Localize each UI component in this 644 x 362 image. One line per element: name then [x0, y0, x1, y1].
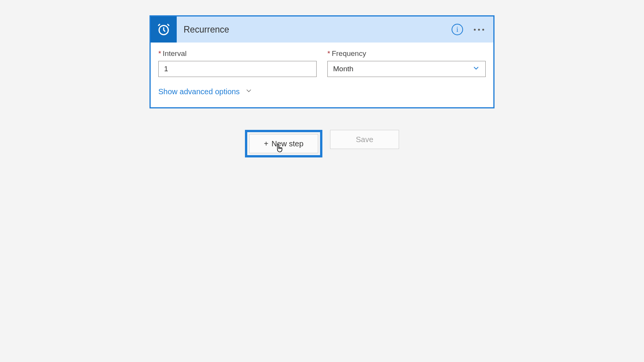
interval-input[interactable] — [158, 61, 317, 77]
info-icon[interactable]: i — [452, 24, 463, 35]
chevron-down-icon — [245, 87, 253, 97]
chevron-down-icon — [472, 64, 480, 74]
new-step-highlight: + New step — [245, 130, 322, 157]
plus-icon: + — [264, 139, 268, 148]
header-actions: i — [452, 24, 493, 35]
new-step-label: New step — [271, 139, 303, 148]
save-label: Save — [356, 135, 373, 144]
required-star: * — [158, 49, 161, 57]
actions-row: + New step Save — [0, 130, 644, 157]
frequency-select[interactable]: Month — [327, 61, 486, 77]
interval-label-text: Interval — [163, 49, 186, 57]
more-menu-icon[interactable] — [474, 29, 484, 31]
card-header: Recurrence i — [151, 16, 493, 43]
save-button[interactable]: Save — [330, 130, 399, 149]
recurrence-card: Recurrence i *Interval — [150, 15, 495, 108]
frequency-field: *Frequency Month — [327, 49, 486, 77]
card-title: Recurrence — [177, 25, 452, 35]
interval-field: *Interval — [158, 49, 317, 77]
frequency-label-text: Frequency — [332, 49, 366, 57]
recurrence-icon — [151, 16, 177, 43]
info-icon-glyph: i — [456, 26, 458, 33]
advanced-options-label: Show advanced options — [158, 87, 240, 96]
card-body: *Interval *Frequency Month — [151, 43, 493, 107]
fields-row: *Interval *Frequency Month — [158, 49, 486, 77]
frequency-label: *Frequency — [327, 49, 486, 58]
interval-label: *Interval — [158, 49, 317, 58]
frequency-select-value: Month — [333, 65, 353, 73]
show-advanced-options-toggle[interactable]: Show advanced options — [158, 87, 253, 97]
required-star: * — [327, 49, 330, 57]
new-step-button[interactable]: + New step — [249, 134, 318, 153]
